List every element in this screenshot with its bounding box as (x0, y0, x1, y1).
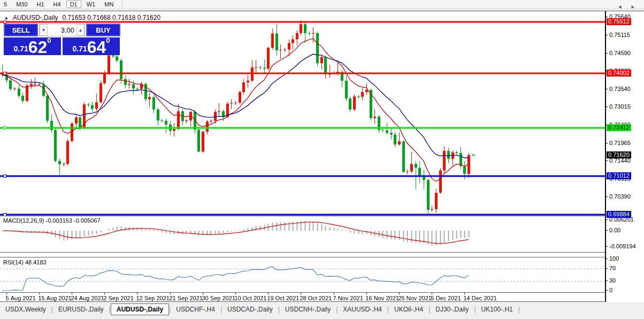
chart-tab-uk100-[interactable]: UK100-,H1 (476, 304, 518, 315)
price-tick: 0.71965 (609, 140, 631, 146)
one-click-trade-widget: SELL ▼ ▲ BUY 0.71620 0.71640 (4, 24, 120, 55)
buy-price-base: 0.71 (72, 44, 87, 53)
timeframe-button-h4[interactable]: H4 (50, 1, 65, 8)
volume-input[interactable] (48, 24, 76, 36)
chart-tab-audusd-[interactable]: AUDUSD-,Daily (111, 303, 169, 315)
triangle-up-icon: ▲ (4, 16, 9, 20)
chart-ohlc: 0.71653 0.71668 0.71618 0.71620 (63, 14, 161, 21)
volume-decrease-icon[interactable]: ▼ (40, 24, 48, 36)
sell-button[interactable]: SELL (4, 24, 38, 36)
toolbar-separator (122, 1, 122, 8)
chart-tab-ukoil-[interactable]: UKOil-,H4 (389, 304, 428, 315)
bottom-strip (0, 316, 644, 319)
sell-price-point: 0 (47, 36, 51, 44)
price-line-label: 0.71012 (607, 172, 631, 179)
chart-tab-usdcad-[interactable]: USDCAD-,Daily (222, 304, 278, 315)
price-tick: 0.71440 (609, 157, 631, 164)
rsi-tick: 70 (609, 265, 616, 271)
timeframe-button-m30[interactable]: M30 (12, 1, 31, 8)
rsi-tick: 0 (609, 287, 612, 293)
timeframe-toolbar: 5M30H1H4D1W1MN (0, 0, 644, 9)
mt4-window: 5M30H1H4D1W1MN ▲ AUDUSD-,Daily 0.71653 0… (0, 0, 644, 319)
tab-scroll-arrows[interactable]: ◂ ▸ (618, 3, 639, 10)
chart-symbol: AUDUSD-,Daily (13, 14, 58, 21)
chart-tab-usdchf-[interactable]: USDCHF-,H4 (171, 304, 220, 315)
rsi-tick: 100 (609, 255, 619, 262)
chart-tab-dj30-[interactable]: DJ30-,Daily (430, 304, 474, 315)
price-tick: 0.73015 (609, 103, 631, 110)
timeframe-button-d1[interactable]: D1 (66, 1, 81, 8)
buy-button[interactable]: BUY (86, 24, 120, 36)
price-line-label: 0.72412 (607, 124, 631, 131)
price-tick: 0.75115 (609, 32, 630, 38)
volume-spinner: ▼ ▲ (39, 24, 85, 36)
buy-price-point: 0 (106, 36, 110, 44)
timeframe-button-w1[interactable]: W1 (83, 1, 99, 8)
chart-tab-eurusd-[interactable]: EURUSD-,Daily (53, 304, 109, 315)
tab-separator: | (518, 306, 520, 313)
macd-tick: 0.00 (609, 227, 620, 233)
timeframe-button-5[interactable]: 5 (0, 1, 11, 8)
volume-increase-icon[interactable]: ▲ (76, 24, 85, 36)
price-tick: 0.74590 (609, 50, 631, 56)
rsi-label: RSI(14) 48.4183 (3, 259, 47, 265)
chart-tab-bar: USDX,Weekly|EURUSD-,Daily|AUDUSD-,Daily|… (0, 302, 644, 316)
chart-window: ▲ AUDUSD-,Daily 0.71653 0.71668 0.71618 … (0, 11, 644, 301)
price-tick: 0.73540 (609, 86, 631, 92)
sell-price-pips: 62 (28, 40, 48, 55)
price-tick: 0.70390 (609, 193, 631, 200)
rsi-tick: 30 (609, 277, 616, 284)
buy-price[interactable]: 0.71640 (63, 37, 120, 55)
price-line-label: 0.74002 (607, 70, 631, 77)
price-line-label: 0.69884 (607, 211, 631, 218)
price-line-label: 0.71620 (607, 151, 631, 158)
chart-tab-xauusd-[interactable]: XAUUSD-,H4 (338, 304, 387, 315)
macd-tick: -0.009194 (609, 243, 636, 249)
price-axis: 0.756400.751150.745900.740650.735400.730… (605, 11, 644, 302)
price-line-label: 0.75512 (607, 18, 631, 25)
chart-tab-usdx[interactable]: USDX,Weekly (0, 304, 51, 315)
chart-tab-usdcnh-[interactable]: USDCNH-,Daily (280, 304, 336, 315)
chart-title: ▲ AUDUSD-,Daily 0.71653 0.71668 0.71618 … (4, 14, 160, 21)
timeframe-button-h1[interactable]: H1 (33, 1, 48, 8)
timeframe-button-mn[interactable]: MN (101, 1, 117, 8)
macd-label: MACD(12,26,9) -0.003153 -0.005067 (3, 217, 101, 224)
sell-price[interactable]: 0.71620 (4, 37, 61, 55)
sell-price-base: 0.71 (13, 44, 28, 53)
buy-price-pips: 64 (87, 40, 106, 55)
